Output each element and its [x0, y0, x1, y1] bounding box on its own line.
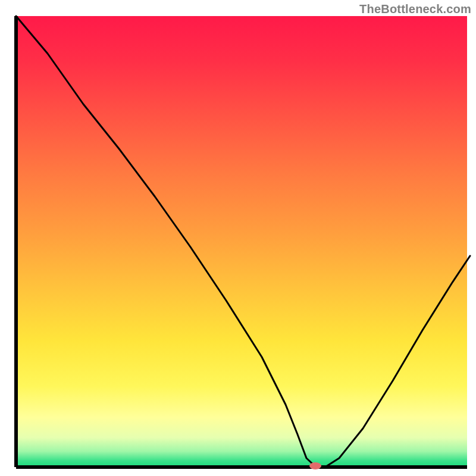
bottleneck-chart: TheBottleneck.com: [0, 0, 476, 476]
optimum-marker: [309, 462, 321, 469]
chart-background: [16, 16, 467, 467]
chart-canvas: [0, 0, 476, 476]
watermark-text: TheBottleneck.com: [359, 2, 471, 16]
